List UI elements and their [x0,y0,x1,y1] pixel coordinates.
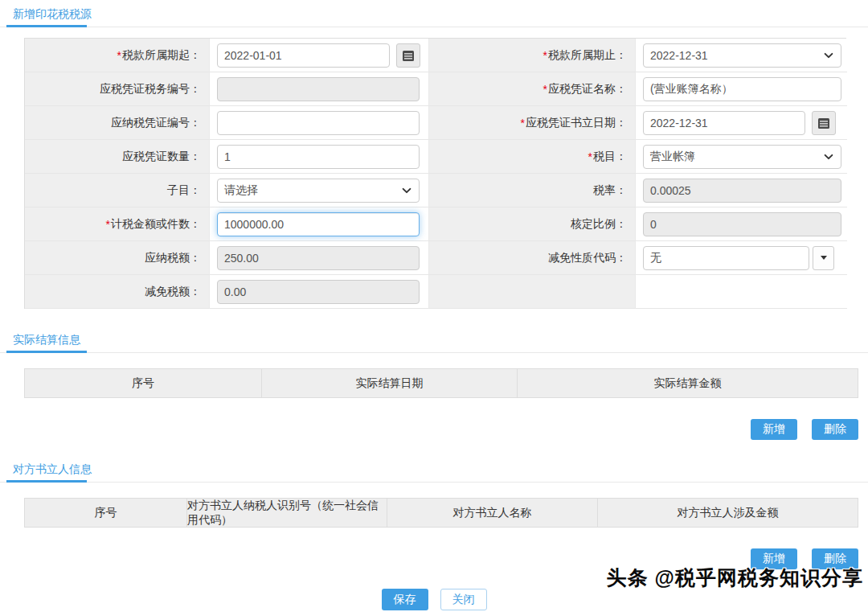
tab-add-stamp-tax-source[interactable]: 新增印花税税源 [13,7,868,20]
counterparty-table: 序号 对方书立人纳税人识别号（统一社会信用代码） 对方书立人名称 对方书立人涉及… [24,498,858,528]
voucher-issue-date-input[interactable] [643,111,805,135]
bottom-action-bar: 保存 关闭 [0,589,868,610]
save-button[interactable]: 保存 [382,589,428,610]
calendar-icon [402,49,415,62]
label-taxable-amount: * 计税金额或件数： [25,207,210,241]
required-mark: * [117,49,121,62]
tab-active-underline [6,25,87,27]
empty-label-cell [429,275,636,309]
toutiao-watermark: 头条 @税乎网税务知识分享 [607,565,863,591]
counterparty-col-name: 对方书立人名称 [387,499,598,527]
counterparty-underline [6,480,87,483]
stamp-tax-form: * 税款所属期起： * 税款所属期止： 2022-12-31 应税凭证税务编号：… [24,38,846,309]
label-reduction-code: 减免性质代码： [429,241,636,275]
settlement-col-seq: 序号 [25,369,262,397]
label-sub-item: 子目： [25,174,210,207]
calendar-button[interactable] [812,111,836,135]
counterparty-col-seq: 序号 [25,499,187,527]
counterparty-col-taxpayer-id: 对方书立人纳税人识别号（统一社会信用代码） [187,499,387,527]
empty-field-cell [636,275,847,309]
settlement-divider [0,352,868,353]
reduction-code-input[interactable] [643,246,809,270]
taxable-voucher-tax-number-input [217,77,420,101]
tax-rate-input [643,179,841,203]
taxable-amount-input[interactable] [217,212,420,236]
tax-item-select[interactable]: 营业帐簿 [643,145,841,169]
tax-payable-input [217,246,420,270]
caret-down-icon [821,256,827,260]
chevron-down-icon [401,185,412,196]
settlement-table: 序号 实际结算日期 实际结算金额 [24,368,858,398]
taxable-voucher-number-input[interactable] [217,111,420,135]
calendar-button[interactable] [396,43,420,68]
reduction-code-dropdown-button[interactable] [813,246,834,270]
label-tax-period-start: * 税款所属期起： [25,39,210,72]
label-voucher-issue-date: * 应税凭证书立日期： [429,106,636,140]
settlement-add-button[interactable]: 新增 [751,419,797,440]
voucher-quantity-input[interactable] [217,145,420,169]
chevron-down-icon [823,50,834,61]
settlement-underline [6,351,87,353]
sub-item-select[interactable]: 请选择 [217,179,420,203]
required-mark: * [543,83,547,96]
label-tax-period-end: * 税款所属期止： [429,39,636,72]
settlement-section-title: 实际结算信息 [13,333,868,346]
settlement-delete-button[interactable]: 删除 [812,419,858,440]
label-taxable-voucher-tax-number: 应税凭证税务编号： [25,72,210,106]
tab-bar: 新增印花税税源 [0,0,868,27]
label-voucher-quantity: 应税凭证数量： [25,140,210,174]
counterparty-col-amount: 对方书立人涉及金额 [598,499,858,527]
label-tax-rate: 税率： [429,174,636,207]
counterparty-divider [0,482,868,483]
counterparty-section: 对方书立人信息 序号 对方书立人纳税人识别号（统一社会信用代码） 对方书立人名称… [0,462,868,569]
taxable-voucher-name-input[interactable] [643,77,841,101]
tab-divider [0,27,868,27]
settlement-section: 实际结算信息 序号 实际结算日期 实际结算金额 新增 删除 [0,333,868,440]
reduction-amount-input [217,280,420,304]
settlement-col-date: 实际结算日期 [262,369,518,397]
tax-period-start-input[interactable] [217,43,390,68]
close-button[interactable]: 关闭 [440,589,487,610]
tax-period-end-select[interactable]: 2022-12-31 [643,43,841,68]
required-mark: * [521,117,525,129]
label-tax-payable: 应纳税额： [25,241,210,275]
label-tax-item: * 税目： [429,140,636,174]
required-mark: * [106,218,110,231]
assessed-ratio-input [643,212,841,236]
calendar-icon [817,117,830,129]
settlement-col-amount: 实际结算金额 [518,369,858,397]
required-mark: * [543,49,547,62]
chevron-down-icon [823,151,834,162]
label-taxable-voucher-number: 应纳税凭证编号： [25,106,210,140]
required-mark: * [588,150,592,163]
label-assessed-ratio: 核定比例： [429,207,636,241]
label-taxable-voucher-name: * 应税凭证名称： [429,72,636,106]
counterparty-section-title: 对方书立人信息 [13,462,868,475]
label-reduction-amount: 减免税额： [25,275,210,309]
